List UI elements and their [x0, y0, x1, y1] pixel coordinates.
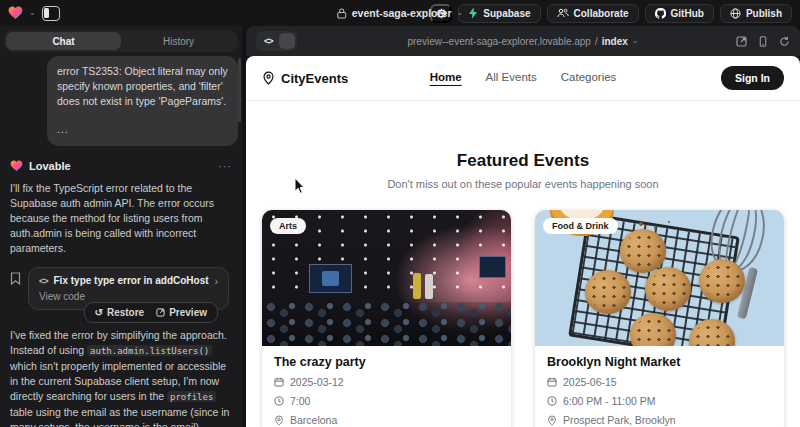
code-span-listusers: auth.admin.listUsers(): [87, 345, 212, 356]
assistant-message: Lovable ··· I'll fix the TypeScript erro…: [4, 160, 238, 427]
site-brand[interactable]: CityEvents: [262, 71, 348, 86]
site-viewport: CityEvents Home All Events Categories Si…: [246, 56, 800, 427]
user-error-message: error TS2353: Object literal may only sp…: [47, 56, 238, 146]
view-code-link[interactable]: View code: [39, 291, 218, 302]
nav-categories[interactable]: Categories: [561, 71, 617, 86]
tab-history[interactable]: History: [121, 32, 236, 50]
map-pin-icon: [547, 415, 557, 426]
assistant-outro-text: I've fixed the error by simplifying the …: [10, 328, 234, 427]
clock-icon: [547, 396, 557, 406]
preview-panel: <> preview--event-saga-explorer.lovable.…: [246, 26, 800, 427]
lovable-menu-chevron-icon[interactable]: ⌄: [29, 9, 36, 17]
supabase-button[interactable]: Supabase: [458, 4, 540, 23]
assistant-intro-text: I'll fix the TypeScript error related to…: [10, 181, 234, 256]
event-card[interactable]: Arts The crazy party 2025-03-12: [262, 210, 511, 427]
nav-home[interactable]: Home: [430, 71, 462, 86]
clock-icon: [274, 396, 284, 406]
event-date-row: 2025-03-12: [274, 376, 499, 388]
globe-icon: [730, 8, 741, 19]
project-chevron-icon: ⌄: [457, 9, 464, 17]
open-in-new-tab-icon[interactable]: [736, 36, 747, 47]
restore-button[interactable]: ↺ Restore: [95, 307, 145, 318]
mobile-view-icon[interactable]: [759, 36, 767, 47]
code-icon: <>: [39, 276, 48, 286]
sidebar-toggle-icon[interactable]: [42, 6, 60, 21]
code-span-profiles: profiles: [167, 391, 216, 402]
preview-mode-segment[interactable]: [279, 33, 295, 49]
event-title: The crazy party: [274, 355, 499, 369]
collaborate-button[interactable]: Collaborate: [547, 4, 639, 23]
project-name: event-saga-explorer: [352, 7, 452, 19]
map-pin-icon: [262, 71, 275, 85]
category-badge: Food & Drink: [543, 218, 618, 234]
hero-subtitle: Don't miss out on these popular events h…: [246, 178, 800, 190]
preview-button[interactable]: Preview: [156, 307, 207, 318]
sign-in-button[interactable]: Sign In: [721, 66, 784, 90]
event-image-cookies: Food & Drink: [535, 210, 784, 346]
external-link-icon: [156, 308, 165, 317]
category-badge: Arts: [270, 218, 306, 234]
bookmark-icon[interactable]: [10, 272, 21, 285]
assistant-name: Lovable: [29, 160, 71, 172]
people-icon: [557, 8, 569, 18]
refresh-icon[interactable]: [779, 36, 790, 47]
code-change-title: Fix type type error in addCoHost: [54, 275, 209, 286]
github-button[interactable]: GitHub: [645, 4, 714, 23]
event-card[interactable]: Food & Drink Brooklyn Night Market 2025-…: [535, 210, 784, 427]
hero-title: Featured Events: [246, 151, 800, 171]
supabase-bolt-icon: [468, 7, 478, 19]
code-preview-toggle[interactable]: <>: [256, 31, 297, 51]
code-mode-icon[interactable]: <>: [258, 36, 279, 46]
url-chevron-icon: ⌄: [632, 37, 639, 45]
preview-toolbar: <> preview--event-saga-explorer.lovable.…: [246, 26, 800, 56]
event-title: Brooklyn Night Market: [547, 355, 772, 369]
message-actions: ↺ Restore Preview: [84, 302, 218, 323]
nav-all-events[interactable]: All Events: [486, 71, 537, 86]
restore-icon: ↺: [95, 307, 103, 318]
event-date-row: 2025-06-15: [547, 376, 772, 388]
project-switcher[interactable]: event-saga-explorer ⌄: [337, 7, 464, 19]
event-image-party: Arts: [262, 210, 511, 346]
event-time-row: 6:00 PM - 11:00 PM: [547, 395, 772, 407]
calendar-icon: [274, 377, 284, 387]
preview-url[interactable]: preview--event-saga-explorer.lovable.app…: [407, 36, 638, 47]
url-page: index: [602, 36, 628, 47]
chat-tabbar: Chat History: [4, 30, 238, 52]
more-options-icon[interactable]: ···: [218, 160, 232, 172]
site-nav: Home All Events Categories: [430, 71, 617, 86]
lock-icon: [337, 8, 347, 19]
hero-section: Featured Events Don't miss out on these …: [246, 151, 800, 190]
chat-sidebar: Chat History error TS2353: Object litera…: [0, 26, 242, 427]
site-header: CityEvents Home All Events Categories Si…: [246, 56, 800, 101]
lovable-avatar-icon: [10, 160, 23, 172]
event-location-row: Prospect Park, Brooklyn: [547, 414, 772, 426]
event-time-row: 7:00: [274, 395, 499, 407]
event-location-row: Barcelona: [274, 414, 499, 426]
url-host: preview--event-saga-explorer.lovable.app: [407, 36, 590, 47]
publish-button[interactable]: Publish: [720, 4, 792, 23]
map-pin-icon: [274, 415, 284, 426]
app-topbar: ⌄ event-saga-explorer ⌄ ⚙ Supabase Colla…: [0, 0, 800, 26]
lovable-logo-icon[interactable]: [8, 6, 23, 20]
chevron-right-icon: ›: [215, 275, 219, 287]
calendar-icon: [547, 377, 557, 387]
message-ellipsis: ...: [57, 122, 228, 137]
event-card-grid: Arts The crazy party 2025-03-12: [262, 210, 784, 427]
github-icon: [655, 8, 666, 19]
tab-chat[interactable]: Chat: [6, 32, 121, 50]
chat-scrollbar[interactable]: [238, 58, 241, 122]
